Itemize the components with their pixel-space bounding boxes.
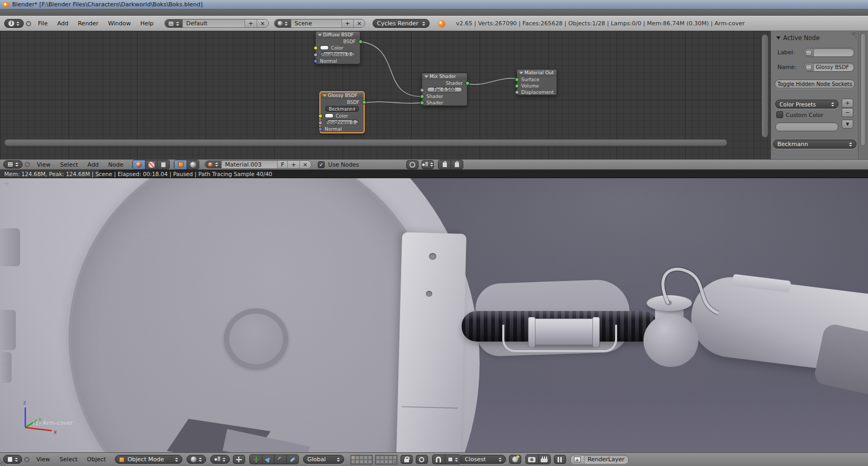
transform-orientation-dropdown[interactable]: Global	[303, 455, 344, 464]
layer-cell[interactable]	[368, 455, 372, 460]
socket-color-input[interactable]	[318, 114, 323, 118]
title-bar[interactable]: Blender* [F:\Blender Files\Characters\Da…	[0, 0, 868, 9]
menu-add[interactable]: Add	[57, 20, 68, 27]
manipulator-rotate-button[interactable]	[262, 455, 274, 464]
node-header[interactable]: Glossy BSDF	[320, 92, 364, 99]
socket-fac-input[interactable]	[420, 88, 424, 92]
delete-layout-button[interactable]: ×	[257, 20, 268, 27]
layer-cell[interactable]	[351, 460, 355, 464]
menu-select[interactable]: Select	[60, 161, 78, 168]
socket-roughness-input[interactable]	[318, 121, 323, 125]
editor-type-button-info[interactable]: i	[4, 19, 24, 28]
add-layout-button[interactable]: +	[245, 20, 256, 27]
layer-cell[interactable]	[368, 460, 372, 464]
socket-surface-input[interactable]	[515, 77, 519, 82]
node-header[interactable]: Diffuse BSDF	[316, 32, 360, 38]
node-material-output[interactable]: Material Out Surface Volume Displacement	[516, 69, 557, 95]
unlink-material-button[interactable]: ×	[299, 161, 311, 168]
editor-type-button-3dview[interactable]	[3, 455, 22, 464]
pivot-point-dropdown[interactable]	[210, 455, 230, 464]
opengl-render-button[interactable]	[509, 455, 521, 464]
socket-volume-input[interactable]	[515, 84, 519, 88]
menu-file[interactable]: File	[38, 20, 47, 27]
layer-cell[interactable]	[393, 460, 397, 464]
fake-user-button[interactable]: F	[277, 161, 287, 168]
socket-normal-input[interactable]	[318, 127, 323, 131]
snap-target-dropdown[interactable]: Closest	[461, 455, 506, 464]
new-material-button[interactable]: +	[287, 161, 299, 168]
horizontal-scrollbar[interactable]	[4, 139, 727, 146]
menu-object[interactable]: Object	[87, 456, 106, 463]
add-preset-button[interactable]: +	[842, 99, 853, 108]
custom-color-checkbox[interactable]: ✓	[776, 111, 783, 118]
color-swatch[interactable]	[320, 45, 329, 50]
roughness-slider[interactable]: Roughness 0.0	[320, 52, 355, 57]
scene-name-field[interactable]: Scene	[291, 20, 342, 27]
copy-nodes-button[interactable]	[438, 160, 451, 169]
menu-help[interactable]: Help	[140, 20, 153, 27]
manipulator-extra-button[interactable]	[286, 455, 298, 464]
render-engine-dropdown[interactable]: Cycles Render	[373, 19, 430, 28]
layer-cell[interactable]	[388, 455, 393, 460]
node-mix-shader[interactable]: Mix Shader Shader Fac 0.500 Shader Shade…	[422, 73, 467, 106]
layers-grid-2[interactable]	[375, 455, 397, 464]
pin-icon[interactable]	[25, 162, 30, 167]
socket-color-input[interactable]	[314, 46, 318, 50]
node-glossy-bsdf[interactable]: Glossy BSDF BSDF Beckmann Color Roughnes…	[320, 92, 364, 133]
layer-cell[interactable]	[380, 460, 384, 464]
layer-cell[interactable]	[364, 460, 368, 464]
layer-cell[interactable]	[351, 455, 355, 460]
opengl-still-button[interactable]	[526, 455, 538, 464]
tree-type-compositing-button[interactable]	[157, 160, 169, 169]
color-presets-dropdown[interactable]: Color Presets	[775, 100, 838, 109]
menu-add[interactable]: Add	[87, 161, 99, 168]
layer-cell[interactable]	[388, 460, 393, 464]
panel-resize-grip[interactable]	[850, 32, 857, 40]
panel-header[interactable]: Active Node	[776, 34, 820, 42]
pin-icon[interactable]	[26, 21, 31, 26]
remove-preset-button[interactable]: −	[842, 108, 853, 117]
socket-shader1-input[interactable]	[420, 94, 424, 99]
viewport-shading-dropdown[interactable]	[187, 455, 206, 464]
menu-node[interactable]: Node	[108, 161, 123, 168]
node-diffuse-bsdf[interactable]: Diffuse BSDF BSDF Color Roughness 0.0 No…	[315, 31, 360, 64]
node-header[interactable]: Mix Shader	[422, 73, 467, 80]
use-nodes-checkbox[interactable]: ✓	[318, 161, 325, 168]
presets-specials-button[interactable]: ▼	[842, 120, 853, 129]
color-swatch[interactable]	[325, 113, 334, 118]
layer-cell[interactable]	[355, 455, 359, 460]
mode-dropdown[interactable]: Object Mode	[115, 455, 182, 464]
layout-name-field[interactable]: Default	[182, 20, 245, 27]
layer-cell[interactable]	[384, 460, 388, 464]
menu-view[interactable]: View	[37, 161, 51, 168]
region-expand-icon[interactable]: +	[4, 180, 9, 188]
layer-cell[interactable]	[364, 455, 368, 460]
browse-layout-button[interactable]	[165, 20, 182, 27]
layer-cell[interactable]	[376, 460, 380, 464]
collapse-icon[interactable]	[318, 34, 322, 36]
backdrop-toggle-button[interactable]	[406, 160, 418, 169]
delete-scene-button[interactable]: ×	[353, 20, 365, 27]
layer-cell[interactable]	[359, 455, 364, 460]
panel-scrollbar[interactable]	[858, 31, 868, 159]
add-scene-button[interactable]: +	[342, 20, 353, 27]
node-editor-canvas[interactable]: Diffuse BSDF BSDF Color Roughness 0.0 No…	[0, 31, 868, 159]
distribution-dropdown[interactable]: Beckmann	[325, 106, 359, 112]
paste-nodes-button[interactable]	[451, 160, 463, 169]
collapse-icon[interactable]	[424, 75, 428, 78]
viewport-render-preview[interactable]: + z y x (1) Arm-cover	[0, 178, 868, 452]
node-color-field[interactable]	[775, 122, 838, 131]
menu-window[interactable]: Window	[108, 20, 131, 27]
proportional-edit-button[interactable]	[416, 455, 428, 464]
distribution-dropdown-panel[interactable]: Beckmann	[773, 140, 856, 149]
opengl-anim-button[interactable]	[538, 455, 550, 464]
socket-displacement-input[interactable]	[515, 90, 519, 94]
snap-node-button[interactable]	[422, 160, 434, 169]
socket-bsdf-output[interactable]	[358, 40, 363, 44]
browse-scene-button[interactable]	[275, 20, 291, 27]
tree-type-material-button[interactable]	[133, 160, 145, 169]
menu-render[interactable]: Render	[78, 20, 99, 27]
browse-material-button[interactable]	[205, 161, 221, 168]
lock-to-scene-button[interactable]	[401, 455, 413, 464]
layer-cell[interactable]	[380, 455, 384, 460]
